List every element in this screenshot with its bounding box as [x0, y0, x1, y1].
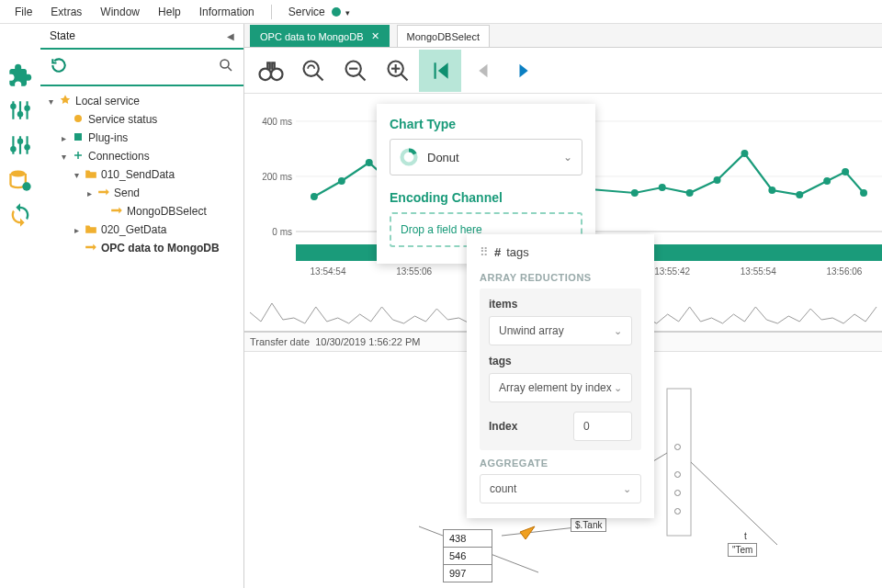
zoom-out-icon[interactable] — [334, 50, 377, 92]
svg-point-42 — [714, 176, 721, 184]
search-icon[interactable] — [218, 57, 234, 77]
svg-point-11 — [24, 144, 30, 151]
zoom-reset-icon[interactable] — [292, 50, 334, 92]
menu-service[interactable]: Service ▾ — [281, 3, 358, 21]
value-cell[interactable]: 546 — [443, 547, 492, 565]
menu-window[interactable]: Window — [93, 3, 147, 21]
connections-icon — [72, 150, 85, 164]
expand-down-icon: ▾ — [46, 96, 55, 107]
svg-point-46 — [823, 177, 831, 185]
arrow-right-icon — [85, 242, 97, 254]
tree-item-mongodbselect[interactable]: MongoDBSelect — [46, 202, 238, 220]
tree-item-connections[interactable]: ▾ Connections — [46, 147, 238, 165]
svg-point-45 — [796, 191, 803, 198]
svg-line-15 — [228, 67, 232, 71]
plugin-icon — [72, 131, 85, 145]
value-cell[interactable]: 438 — [443, 529, 492, 548]
svg-point-18 — [260, 68, 272, 80]
tag-tem-prefix: t — [741, 530, 751, 542]
index-input[interactable]: 0 — [573, 412, 632, 441]
node-port[interactable] — [674, 490, 681, 496]
svg-point-14 — [220, 60, 229, 68]
tree-item-plugins[interactable]: ▸ Plug-ins — [46, 129, 238, 147]
node-port[interactable] — [674, 471, 681, 478]
tree-item-send[interactable]: ▸ Send — [46, 184, 238, 202]
tags-select[interactable]: Array element by index ⌄ — [489, 373, 632, 402]
field-label-items: items — [489, 298, 632, 311]
drag-handle-icon[interactable]: ⠿ — [480, 245, 489, 259]
tree-item-getdata[interactable]: ▸ 020_GetData — [46, 220, 238, 239]
skip-to-start-icon[interactable] — [419, 50, 461, 92]
left-icon-strip — [0, 24, 40, 588]
svg-point-16 — [74, 115, 82, 122]
svg-line-26 — [401, 74, 408, 80]
field-label-tags: tags — [489, 355, 632, 368]
arrow-right-icon — [97, 187, 110, 199]
items-select[interactable]: Unwind array ⌄ — [489, 316, 632, 345]
tree-item-service-status[interactable]: Service status — [46, 110, 238, 129]
field-label-index: Index — [489, 420, 517, 433]
chart-type-select[interactable]: Donut ⌄ — [390, 139, 582, 175]
folder-icon — [85, 223, 97, 237]
tree-item-local-service[interactable]: ▾ Local service — [46, 92, 238, 110]
aggregate-select[interactable]: count ⌄ — [480, 474, 641, 503]
chevron-down-icon: ⌄ — [614, 325, 622, 337]
svg-point-40 — [659, 184, 666, 191]
menu-extras[interactable]: Extras — [43, 3, 89, 21]
hash-icon: # — [494, 245, 501, 259]
menu-help[interactable]: Help — [151, 3, 188, 21]
tag-tem[interactable]: "Tem — [728, 543, 757, 557]
sliders-2-icon[interactable] — [4, 129, 37, 162]
svg-point-5 — [24, 106, 30, 112]
menu-file[interactable]: File — [7, 3, 40, 21]
sidebar: State ◀ ▾ Local service Service status ▸ — [40, 24, 244, 588]
tree-item-opc-mongo[interactable]: OPC data to MongoDB — [46, 239, 238, 257]
binoculars-icon[interactable] — [250, 50, 292, 92]
svg-point-48 — [860, 189, 867, 197]
database-gear-icon[interactable] — [4, 164, 37, 197]
chevron-down-icon: ⌄ — [614, 382, 622, 394]
value-cell[interactable]: 997 — [443, 564, 492, 582]
tags-popover: ⠿ # tags ARRAY REDUCTIONS items Unwind a… — [467, 234, 654, 518]
main-toolbar — [244, 48, 882, 94]
tree-item-senddata[interactable]: ▾ 010_SendData — [46, 165, 238, 184]
section-array-reductions: ARRAY REDUCTIONS — [480, 272, 641, 283]
sync-icon[interactable] — [4, 198, 37, 232]
svg-point-3 — [10, 103, 17, 109]
close-icon[interactable]: ✕ — [371, 30, 379, 42]
zoom-in-icon[interactable] — [377, 50, 419, 92]
service-icon — [59, 94, 72, 109]
tab-opc-to-mongodb[interactable]: OPC data to MongoDB ✕ — [250, 25, 390, 47]
svg-point-41 — [686, 189, 694, 197]
svg-point-39 — [631, 189, 639, 197]
puzzle-icon[interactable] — [4, 59, 37, 92]
svg-line-23 — [359, 74, 366, 80]
donut-icon — [400, 148, 418, 166]
menu-information[interactable]: Information — [192, 3, 262, 21]
tag-tank[interactable]: $.Tank — [571, 518, 606, 532]
svg-line-21 — [317, 74, 323, 80]
svg-point-12 — [11, 171, 26, 177]
node-port[interactable] — [674, 444, 681, 450]
play-forward-icon[interactable] — [503, 50, 546, 92]
expand-down-icon: ▾ — [72, 170, 81, 180]
refresh-icon[interactable] — [50, 56, 68, 78]
encoding-channel-header: Encoding Channel — [390, 190, 582, 205]
expand-right-icon: ▸ — [59, 133, 68, 143]
popover-header: Chart Type — [390, 117, 582, 131]
svg-point-33 — [338, 177, 345, 185]
collapse-panel-icon[interactable]: ◀ — [227, 31, 234, 41]
node-port[interactable] — [674, 508, 681, 514]
y-tick: 200 ms — [262, 172, 292, 182]
section-aggregate: AGGREGATE — [480, 458, 641, 469]
tab-mongodbselect[interactable]: MongoDBSelect — [397, 25, 491, 47]
svg-point-10 — [17, 138, 24, 144]
status-icon — [72, 113, 85, 127]
play-back-icon[interactable] — [461, 50, 503, 92]
menu-divider — [271, 5, 272, 19]
folder-icon — [85, 168, 97, 182]
y-tick: 0 ms — [272, 227, 292, 237]
expand-right-icon: ▸ — [85, 188, 94, 198]
svg-point-4 — [17, 111, 24, 118]
sliders-icon[interactable] — [4, 94, 37, 127]
